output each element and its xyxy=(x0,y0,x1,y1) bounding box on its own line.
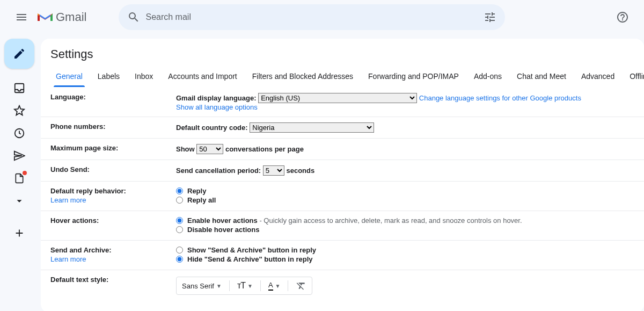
row-hover-actions: Hover actions: Enable hover actions - Qu… xyxy=(41,211,644,241)
drafts-indicator xyxy=(23,171,27,175)
divider xyxy=(260,280,261,291)
text-color-icon: A xyxy=(268,281,273,291)
opt-reply: Reply xyxy=(187,187,206,195)
sidebar-more[interactable] xyxy=(13,194,26,207)
font-size-picker[interactable]: тT ▼ xyxy=(237,281,253,291)
row-page-size: Maximum page size: Show 50 conversations… xyxy=(41,139,644,160)
tab-offline[interactable]: Offline xyxy=(624,68,644,87)
help-button[interactable] xyxy=(612,6,633,28)
search-button[interactable] xyxy=(122,5,145,29)
radio-reply-all[interactable] xyxy=(176,197,183,204)
show-all-languages-link[interactable]: Show all language options xyxy=(176,103,258,111)
opt-hover-enable: Enable hover actions xyxy=(187,216,258,225)
show-label: Show xyxy=(176,145,195,153)
search-icon xyxy=(127,11,140,24)
text-color-picker[interactable]: A ▼ xyxy=(268,281,281,291)
gmail-logo[interactable]: Gmail xyxy=(36,10,86,24)
row-undo-send: Undo Send: Send cancellation period: 5 s… xyxy=(41,160,644,182)
label-text-style: Default text style: xyxy=(50,276,176,295)
country-code-select[interactable]: Nigeria xyxy=(250,122,374,133)
search-bar[interactable] xyxy=(119,4,505,30)
clock-icon xyxy=(13,127,25,139)
divider xyxy=(229,280,230,291)
label-undo-send: Undo Send: xyxy=(50,165,176,176)
tab-addons[interactable]: Add-ons xyxy=(469,68,507,87)
radio-sa-show[interactable] xyxy=(176,247,183,254)
sidebar-inbox[interactable] xyxy=(13,82,26,95)
gmail-icon xyxy=(36,11,54,24)
sidebar-sent[interactable] xyxy=(13,149,26,162)
label-page-size: Maximum page size: xyxy=(50,144,176,154)
radio-hover-enable[interactable] xyxy=(176,217,183,224)
text-style-toolbar: Sans Serif ▼ тT ▼ A ▼ xyxy=(176,277,312,295)
label-language: Language: xyxy=(50,93,176,111)
caret-icon: ▼ xyxy=(216,283,222,289)
language-select[interactable]: English (US) xyxy=(258,93,417,103)
row-phone: Phone numbers: Default country code: Nig… xyxy=(41,117,644,139)
compose-button[interactable] xyxy=(4,39,34,69)
settings-body: Language: Gmail display language: Englis… xyxy=(41,88,644,300)
sidebar-drafts[interactable] xyxy=(13,172,26,185)
settings-panel: Settings General Labels Inbox Accounts a… xyxy=(41,39,644,311)
page-title: Settings xyxy=(41,39,644,68)
remove-format-icon xyxy=(296,280,306,291)
tab-accounts[interactable]: Accounts and Import xyxy=(163,68,242,87)
star-icon xyxy=(13,105,25,117)
chevron-down-icon xyxy=(13,195,25,207)
tab-advanced[interactable]: Advanced xyxy=(576,68,620,87)
font-family-picker[interactable]: Sans Serif ▼ xyxy=(182,282,222,290)
main-menu-button[interactable] xyxy=(9,4,34,30)
radio-hover-disable[interactable] xyxy=(176,226,183,233)
tab-labels[interactable]: Labels xyxy=(92,68,125,87)
row-send-archive: Send and Archive: Learn more Show "Send … xyxy=(41,241,644,270)
radio-reply[interactable] xyxy=(176,187,183,194)
search-options-button[interactable] xyxy=(478,5,502,29)
help-icon xyxy=(616,11,629,24)
tab-general[interactable]: General xyxy=(50,68,88,87)
hover-hint: - Quickly gain access to archive, delete… xyxy=(258,216,522,225)
sidebar-starred[interactable] xyxy=(13,104,26,117)
reply-learn-more[interactable]: Learn more xyxy=(50,196,176,204)
opt-sa-show: Show "Send & Archive" button in reply xyxy=(187,246,316,254)
plus-icon xyxy=(13,227,25,239)
font-size-icon: тT xyxy=(237,281,245,291)
opt-sa-hide: Hide "Send & Archive" button in reply xyxy=(187,255,313,263)
row-default-reply: Default reply behavior: Learn more Reply… xyxy=(41,182,644,211)
opt-reply-all: Reply all xyxy=(187,196,216,204)
label-hover: Hover actions: xyxy=(50,216,176,235)
change-language-link[interactable]: Change language settings for other Googl… xyxy=(419,94,581,102)
label-phone: Phone numbers: xyxy=(50,122,176,133)
radio-sa-hide[interactable] xyxy=(176,256,183,263)
page-size-select[interactable]: 50 xyxy=(196,144,223,154)
inbox-icon xyxy=(13,82,25,94)
remove-formatting-button[interactable] xyxy=(296,280,306,291)
row-language: Language: Gmail display language: Englis… xyxy=(41,88,644,117)
sidebar-new-label[interactable] xyxy=(13,227,26,240)
tab-chat[interactable]: Chat and Meet xyxy=(511,68,572,87)
gmail-display-language-label: Gmail display language: xyxy=(176,94,257,102)
tab-forwarding[interactable]: Forwarding and POP/IMAP xyxy=(363,68,464,87)
row-text-style: Default text style: Sans Serif ▼ тT ▼ xyxy=(41,270,644,300)
hamburger-icon xyxy=(15,11,28,24)
page-size-suffix: conversations per page xyxy=(225,145,304,153)
send-icon xyxy=(13,150,25,162)
search-input[interactable] xyxy=(145,12,478,22)
undo-suffix: seconds xyxy=(286,167,314,175)
pencil-icon xyxy=(13,47,26,60)
divider xyxy=(288,280,288,291)
sendarchive-learn-more[interactable]: Learn more xyxy=(50,255,176,263)
country-code-label: Default country code: xyxy=(176,124,248,132)
opt-hover-disable: Disable hover actions xyxy=(187,226,259,234)
label-default-reply: Default reply behavior: xyxy=(50,187,126,195)
tab-filters[interactable]: Filters and Blocked Addresses xyxy=(247,68,358,87)
header-right xyxy=(505,6,640,28)
caret-icon: ▼ xyxy=(275,283,281,289)
app-header: Gmail xyxy=(0,0,644,34)
sidebar xyxy=(0,34,39,311)
tab-inbox[interactable]: Inbox xyxy=(129,68,158,87)
sidebar-snoozed[interactable] xyxy=(13,127,26,140)
undo-period-select[interactable]: 5 xyxy=(263,165,284,176)
cancellation-period-label: Send cancellation period: xyxy=(176,167,261,175)
label-send-archive: Send and Archive: xyxy=(50,246,112,254)
tune-icon xyxy=(484,11,496,24)
